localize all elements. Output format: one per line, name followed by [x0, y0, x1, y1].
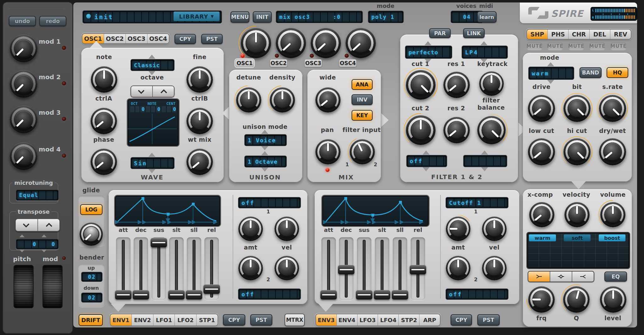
init-button[interactable]: INIT: [253, 11, 272, 23]
tab-shp[interactable]: SHP: [527, 30, 548, 39]
library-dropdown[interactable]: LIBRARY▼: [174, 12, 219, 21]
analyzer-note-value[interactable]: 0: [146, 106, 160, 112]
osc3-level-knob[interactable]: [311, 28, 341, 58]
level-knob[interactable]: [600, 286, 626, 313]
env1-paste-button[interactable]: PST: [250, 314, 272, 326]
unison-range-spin-down-icon[interactable]: [261, 168, 268, 172]
shaper-warm-chip[interactable]: warm: [529, 234, 556, 241]
tab-lfo4[interactable]: LFO4: [378, 314, 399, 326]
transpose-spin-up-left-icon[interactable]: [19, 234, 25, 237]
drive-knob[interactable]: [528, 95, 555, 122]
osc2-level-knob[interactable]: [276, 28, 306, 58]
filter1-routing-display[interactable]: off: [406, 155, 447, 167]
bender-down-display[interactable]: 02: [81, 293, 103, 303]
filter2-routing-display[interactable]: [463, 155, 507, 167]
tab-env4[interactable]: ENV4: [337, 314, 358, 326]
tab-env3[interactable]: ENV3: [316, 314, 337, 326]
env3-slt-slider[interactable]: [375, 237, 389, 300]
link-button[interactable]: LINK: [463, 28, 485, 38]
env3-amt1-knob[interactable]: [446, 217, 470, 241]
env3-copy-button[interactable]: CPY: [451, 314, 472, 326]
phase-knob[interactable]: [91, 149, 117, 175]
fx-mode-spin-up-icon[interactable]: [547, 62, 554, 66]
midi-learn-button[interactable]: learn: [477, 11, 497, 23]
tab-rev[interactable]: REV: [610, 30, 631, 39]
note-knob[interactable]: [91, 66, 117, 93]
mod4-knob[interactable]: [10, 142, 37, 170]
eq-button[interactable]: EQ: [604, 272, 627, 282]
mod-wheel[interactable]: [42, 265, 63, 308]
env3-amt2-knob[interactable]: [446, 256, 470, 280]
env1-amt2-knob[interactable]: [238, 256, 263, 280]
pan-knob[interactable]: [315, 139, 341, 164]
env1-copy-button[interactable]: CPY: [223, 314, 245, 326]
filter1-routing-spin-up-icon[interactable]: [423, 151, 430, 155]
drift-button[interactable]: DRIFT: [79, 314, 103, 326]
tab-del[interactable]: DEL: [590, 30, 610, 39]
srate-knob[interactable]: [599, 95, 626, 122]
mod3-knob[interactable]: [10, 106, 37, 133]
tab-osc4[interactable]: OSC4: [147, 34, 169, 43]
detune-knob[interactable]: [236, 87, 261, 113]
low-cut-knob[interactable]: [528, 138, 555, 165]
filter1-type-display[interactable]: perfecto: [405, 46, 452, 59]
env1-rel-slider[interactable]: [204, 237, 219, 300]
tab-phs[interactable]: PHS: [548, 30, 569, 39]
pitch-wheel[interactable]: [14, 265, 34, 308]
filter-input-knob[interactable]: [350, 139, 375, 164]
mute-del-button[interactable]: MUTE: [590, 43, 605, 50]
band-button[interactable]: BAND: [580, 67, 602, 78]
transpose-spin-down-right-icon[interactable]: [42, 250, 47, 252]
env1-slt-slider[interactable]: [169, 237, 184, 300]
env3-dec-slider[interactable]: [339, 237, 353, 300]
tab-stp1[interactable]: STP1: [197, 314, 218, 326]
fine-knob[interactable]: [186, 66, 213, 93]
env3-mod-route-top-display[interactable]: Cutoff 1: [446, 197, 508, 208]
env1-mod-route-bottom-display[interactable]: off: [238, 288, 301, 300]
tab-osc3[interactable]: OSC3: [126, 34, 147, 43]
dry-wet-knob[interactable]: [599, 138, 626, 165]
high-shelf-button[interactable]: [572, 272, 594, 282]
wave-mode-spin-up-icon[interactable]: [148, 55, 155, 59]
inv-button[interactable]: INV: [352, 94, 373, 105]
tab-env1[interactable]: ENV1: [110, 314, 132, 326]
filter2-routing-spin-down-icon[interactable]: [481, 167, 488, 171]
osc3-mixer-label[interactable]: OSC3: [304, 59, 322, 67]
unison-voice-spin-down-icon[interactable]: [261, 146, 268, 150]
filter2-routing-spin-up-icon[interactable]: [481, 151, 488, 155]
env1-att-slider[interactable]: [116, 237, 130, 300]
mod2-knob[interactable]: [10, 70, 37, 98]
glide-knob[interactable]: [80, 222, 103, 246]
unison-range-spin-up-icon[interactable]: [261, 151, 268, 155]
transpose-down-button[interactable]: [16, 219, 37, 231]
frq-knob[interactable]: [528, 286, 555, 313]
env1-vel2-knob[interactable]: [275, 256, 299, 280]
bender-up-display[interactable]: 02: [81, 272, 103, 282]
shaper-boost-chip[interactable]: boost: [599, 234, 625, 241]
osc-paste-button[interactable]: PST: [201, 34, 223, 44]
analyzer-cent-value[interactable]: 0: [162, 106, 176, 112]
wave-mode-display[interactable]: Classic: [130, 59, 175, 71]
env3-paste-button[interactable]: PST: [477, 314, 500, 326]
osc4-level-knob[interactable]: [346, 28, 376, 58]
fx-mode-display[interactable]: warm: [528, 67, 574, 80]
wide-knob[interactable]: [315, 87, 341, 113]
ana-button[interactable]: ANA: [352, 79, 373, 90]
ctrl-b-knob[interactable]: [186, 108, 213, 134]
octave-up-button[interactable]: [152, 86, 174, 97]
filter2-type-display[interactable]: LP4: [462, 46, 508, 59]
transpose-spin-down-left-icon[interactable]: [19, 250, 25, 252]
microtuning-display[interactable]: Equal: [16, 189, 59, 201]
filter-balance-knob[interactable]: [477, 116, 506, 144]
osc1-mixer-label[interactable]: OSC1: [235, 59, 254, 67]
ctrl-a-knob[interactable]: [91, 108, 117, 134]
unison-voice-display[interactable]: 1 Voice: [244, 134, 287, 146]
low-shelf-button[interactable]: [528, 272, 550, 282]
wave-name-spin-up-icon[interactable]: [148, 153, 155, 157]
tab-stp2[interactable]: STP2: [399, 314, 419, 326]
env3-rel-slider[interactable]: [411, 237, 425, 300]
res2-knob[interactable]: [443, 117, 470, 143]
tab-chr[interactable]: CHR: [569, 30, 589, 39]
env1-sll-slider[interactable]: [187, 237, 201, 300]
shaper-soft-chip[interactable]: soft: [564, 234, 591, 241]
